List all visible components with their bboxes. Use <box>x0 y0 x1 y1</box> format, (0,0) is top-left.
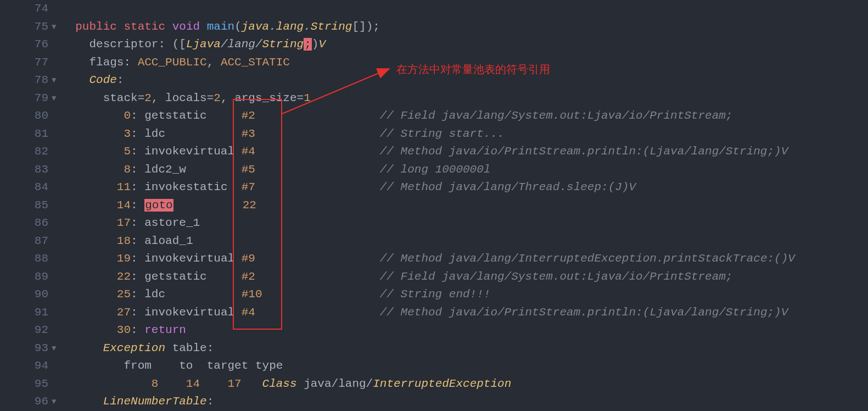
line-number: 94 <box>0 357 52 375</box>
line-number: 75 <box>0 18 52 36</box>
fold-toggle-icon[interactable]: ▼ <box>52 18 61 36</box>
code-content: LineNumberTable: <box>61 393 868 411</box>
line-number: 78 <box>0 71 52 90</box>
line-number: 74 <box>0 0 52 18</box>
code-line[interactable]: 96 ▼ LineNumberTable: <box>0 393 868 411</box>
code-content: 3: ldc #3 // String start... <box>61 125 868 143</box>
code-line[interactable]: 95 8 14 17 Class java/lang/InterruptedEx… <box>0 375 868 393</box>
line-number: 80 <box>0 107 52 125</box>
line-number: 91 <box>0 304 52 322</box>
code-content: from to target type <box>61 357 868 375</box>
code-content: 25: ldc #10 // String end!!! <box>61 286 868 304</box>
code-content: 11: invokestatic #7 // Method java/lang/… <box>61 179 868 197</box>
line-number: 90 <box>0 286 52 304</box>
code-line[interactable]: 86 17: astore_1 <box>0 214 868 232</box>
line-number: 92 <box>0 321 52 340</box>
code-line[interactable]: 87 18: aload_1 <box>0 232 868 251</box>
code-line[interactable]: 94 from to target type <box>0 357 868 375</box>
code-line[interactable]: 92 30: return <box>0 321 868 340</box>
code-editor[interactable]: 74 75 ▼ public static void main(java.lan… <box>0 0 868 411</box>
line-number: 83 <box>0 161 52 179</box>
code-content: flags: ACC_PUBLIC, ACC_STATIC <box>61 54 868 72</box>
code-line[interactable]: 82 5: invokevirtual #4 // Method java/io… <box>0 143 868 161</box>
highlight-semi: ; <box>304 38 312 51</box>
code-line[interactable]: 77 flags: ACC_PUBLIC, ACC_STATIC <box>0 54 868 72</box>
line-number: 95 <box>0 375 52 393</box>
code-line[interactable]: 83 8: ldc2_w #5 // long 1000000l <box>0 161 868 179</box>
code-content: stack=2, locals=2, args_size=1 <box>61 90 868 108</box>
code-content: 8 14 17 Class java/lang/InterruptedExcep… <box>61 375 868 393</box>
code-content: Exception table: <box>61 340 868 358</box>
fold-toggle-icon[interactable]: ▼ <box>52 90 61 108</box>
code-line[interactable]: 90 25: ldc #10 // String end!!! <box>0 286 868 304</box>
code-line[interactable]: 85 14: goto 22 <box>0 197 868 215</box>
code-line[interactable]: 91 27: invokevirtual #4 // Method java/i… <box>0 304 868 322</box>
highlight-goto: goto <box>144 199 173 212</box>
code-content: 19: invokevirtual #9 // Method java/lang… <box>61 250 868 268</box>
fold-toggle-icon[interactable]: ▼ <box>52 393 61 411</box>
code-content: 0: getstatic #2 // Field java/lang/Syste… <box>61 107 868 125</box>
line-number: 87 <box>0 232 52 251</box>
code-content: 30: return <box>61 321 868 340</box>
code-line[interactable]: 88 19: invokevirtual #9 // Method java/l… <box>0 250 868 268</box>
code-line[interactable]: 89 22: getstatic #2 // Field java/lang/S… <box>0 268 868 286</box>
line-number: 81 <box>0 125 52 143</box>
fold-toggle-icon[interactable]: ▼ <box>52 340 61 358</box>
line-number: 96 <box>0 393 52 411</box>
code-line[interactable]: 93 ▼ Exception table: <box>0 340 868 358</box>
code-line[interactable]: 76 descriptor: ([Ljava/lang/String;)V <box>0 36 868 54</box>
code-content: public static void main(java.lang.String… <box>61 18 868 36</box>
fold-toggle-icon[interactable]: ▼ <box>52 71 61 90</box>
line-number: 85 <box>0 197 52 215</box>
line-number: 77 <box>0 54 52 72</box>
code-content: 22: getstatic #2 // Field java/lang/Syst… <box>61 268 868 286</box>
code-content: 27: invokevirtual #4 // Method java/io/P… <box>61 304 868 322</box>
line-number: 76 <box>0 36 52 54</box>
line-number: 88 <box>0 250 52 268</box>
code-content: descriptor: ([Ljava/lang/String;)V <box>61 36 868 54</box>
code-line[interactable]: 75 ▼ public static void main(java.lang.S… <box>0 18 868 36</box>
code-content: 8: ldc2_w #5 // long 1000000l <box>61 161 868 179</box>
line-number: 79 <box>0 90 52 108</box>
code-line[interactable]: 81 3: ldc #3 // String start... <box>0 125 868 143</box>
code-line[interactable]: 79 ▼ stack=2, locals=2, args_size=1 <box>0 90 868 108</box>
code-content: Code: <box>61 71 868 90</box>
line-number: 86 <box>0 214 52 232</box>
code-line[interactable]: 80 0: getstatic #2 // Field java/lang/Sy… <box>0 107 868 125</box>
line-number: 89 <box>0 268 52 286</box>
code-line[interactable]: 78 ▼ Code: <box>0 71 868 90</box>
code-line[interactable]: 84 11: invokestatic #7 // Method java/la… <box>0 179 868 197</box>
line-number: 93 <box>0 340 52 358</box>
code-line[interactable]: 74 <box>0 0 868 18</box>
line-number: 82 <box>0 143 52 161</box>
code-content: 18: aload_1 <box>61 232 868 251</box>
line-number: 84 <box>0 179 52 197</box>
code-content: 17: astore_1 <box>61 214 868 232</box>
code-content: 5: invokevirtual #4 // Method java/io/Pr… <box>61 143 868 161</box>
code-content: 14: goto 22 <box>61 197 868 215</box>
